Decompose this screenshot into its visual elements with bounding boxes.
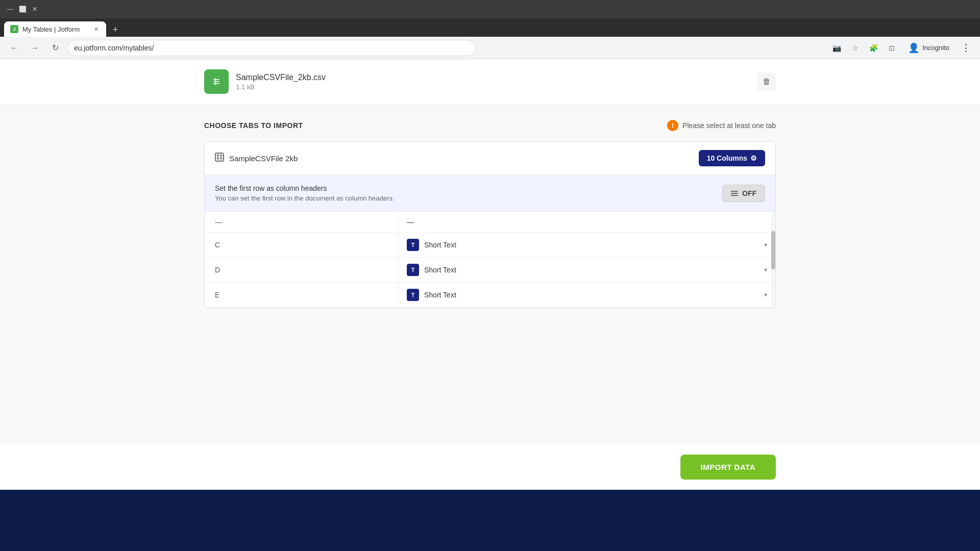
browser-titlebar: — ⬜ ✕ [0,0,980,18]
settings-row: Set the first row as column headers You … [205,175,775,212]
type-label-c: Short Text [424,241,456,249]
column-letter-e: E [205,283,399,307]
forward-button[interactable]: → [27,40,43,56]
maximize-button[interactable]: ⬜ [18,5,27,13]
import-data-button[interactable]: IMPORT DATA [680,455,776,480]
column-row-c: C T Short Text ▾ [205,233,775,258]
toggle-label: OFF [742,189,756,197]
tab-card-header: SampleCSVFile 2kb 10 Columns ⚙ [205,142,775,175]
tabs-bar: J My Tables | Jotform ✕ + [0,18,980,37]
table-grid-icon [215,153,224,164]
type-icon-d: T [407,264,419,276]
validation-icon: ! [667,120,678,131]
tab-close-button[interactable]: ✕ [92,25,100,33]
page-footer [0,490,980,551]
tab-favicon-icon: J [10,25,18,33]
tab-card-title: SampleCSVFile 2kb [215,153,298,164]
incognito-label: Incognito [922,44,949,52]
file-icon [204,69,229,94]
minimize-button[interactable]: — [6,5,14,13]
column-letter-d: D [205,258,399,282]
file-header: SampleCSVFile_2kb.csv 1.1 kB 🗑 [0,59,980,105]
settings-text: Set the first row as column headers You … [215,184,394,202]
more-menu-icon[interactable]: ⋮ [958,40,974,56]
new-tab-button[interactable]: + [108,22,122,37]
address-bar[interactable]: eu.jotform.com/mytables/ [67,40,476,56]
type-label-d: Short Text [424,266,456,274]
columns-btn-label: 10 Columns [707,154,747,162]
column-type-e: T Short Text ▾ [399,283,775,307]
toggle-lines-icon [731,191,738,196]
type-icon-e: T [407,289,419,301]
column-row-e: E T Short Text ▾ [205,283,775,308]
profile-switcher-icon[interactable]: ⊡ [884,40,900,56]
file-size: 1.1 kB [236,83,326,91]
column-type-d: T Short Text ▾ [399,258,775,282]
validation-message: ! Please select at least one tab [667,120,776,131]
browser-frame: — ⬜ ✕ J My Tables | Jotform ✕ + ← → ↻ eu… [0,0,980,551]
browser-toolbar: ← → ↻ eu.jotform.com/mytables/ 📷 ☆ 🧩 ⊡ 👤… [0,37,980,59]
bookmark-icon[interactable]: ☆ [847,40,863,56]
section-title: CHOOSE TABS TO IMPORT [204,121,303,130]
tab-title: My Tables | Jotform [22,26,80,33]
column-letter-c: C [205,233,399,257]
back-button[interactable]: ← [6,40,22,56]
columns-btn-icon: ⚙ [750,154,757,162]
scrollbar-track [771,212,775,308]
address-bar-url: eu.jotform.com/mytables/ [74,44,154,52]
main-area: CHOOSE TABS TO IMPORT ! Please select at… [0,105,980,444]
camera-off-icon[interactable]: 📷 [828,40,845,56]
file-details: SampleCSVFile_2kb.csv 1.1 kB [236,73,326,91]
file-delete-button[interactable]: 🗑 [757,72,776,91]
column-type-b: — [399,212,775,232]
chevron-down-icon-e[interactable]: ▾ [764,291,767,298]
import-section: IMPORT DATA [0,444,980,490]
tab-card: SampleCSVFile 2kb 10 Columns ⚙ Set the f… [204,141,776,308]
type-label-e: Short Text [424,291,456,299]
tab-card-name: SampleCSVFile 2kb [229,154,298,163]
column-row-d: D T Short Text ▾ [205,258,775,283]
validation-text: Please select at least one tab [682,121,776,130]
profile-icon: 👤 [908,42,919,54]
extensions-icon[interactable]: 🧩 [865,40,881,56]
svg-rect-5 [215,153,224,161]
incognito-button[interactable]: 👤 Incognito [902,40,955,56]
type-icon-c: T [407,239,419,251]
column-row-truncated: — — [205,212,775,233]
column-type-c: T Short Text ▾ [399,233,775,257]
close-button[interactable]: ✕ [31,5,39,13]
settings-label: Set the first row as column headers [215,184,394,192]
columns-button[interactable]: 10 Columns ⚙ [699,150,765,166]
toolbar-icons: 📷 ☆ 🧩 ⊡ 👤 Incognito ⋮ [828,40,974,56]
page-content: SampleCSVFile_2kb.csv 1.1 kB 🗑 CHOOSE TA… [0,59,980,551]
column-letter-b: — [205,212,399,232]
chevron-down-icon-d[interactable]: ▾ [764,266,767,273]
chevron-down-icon-c[interactable]: ▾ [764,241,767,248]
window-controls: — ⬜ ✕ [6,5,39,13]
refresh-button[interactable]: ↻ [47,40,63,56]
columns-scroll-area[interactable]: — — C T Short Text [205,212,775,308]
scrollbar-thumb[interactable] [771,231,775,269]
toggle-button[interactable]: OFF [722,185,765,202]
browser-tab-active[interactable]: J My Tables | Jotform ✕ [4,21,106,37]
section-header: CHOOSE TABS TO IMPORT ! Please select at… [204,120,776,131]
settings-desc: You can set the first row in the documen… [215,194,394,202]
file-name: SampleCSVFile_2kb.csv [236,73,326,82]
file-info: SampleCSVFile_2kb.csv 1.1 kB [204,69,326,94]
